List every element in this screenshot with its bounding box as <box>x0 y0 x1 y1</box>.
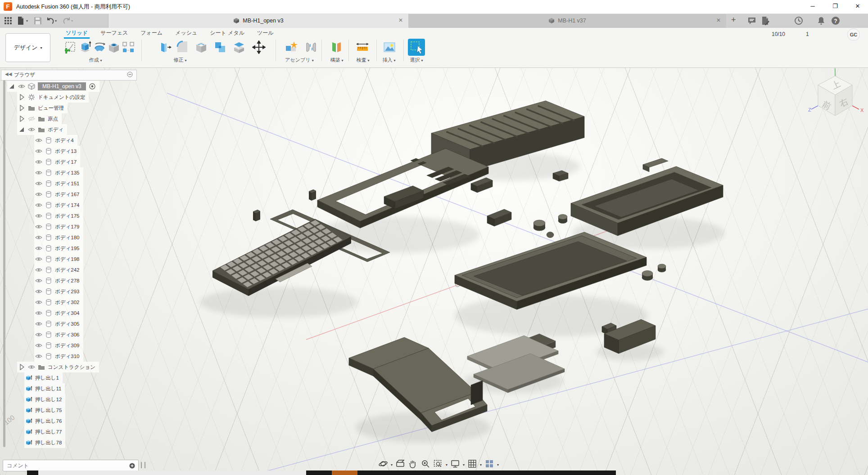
minimize-button[interactable]: ─ <box>802 0 823 13</box>
construction-plane-icon[interactable] <box>330 40 343 54</box>
group-inspect-label[interactable]: 検査 ▾ <box>356 57 369 63</box>
visibility-eye-icon[interactable] <box>35 180 42 187</box>
visibility-eye-icon[interactable] <box>35 299 42 306</box>
new-component-icon[interactable] <box>285 40 298 54</box>
visibility-eye-icon[interactable] <box>28 363 35 371</box>
tab-close-icon[interactable]: ✕ <box>398 17 403 23</box>
ribbon-tab[interactable]: フォーム <box>140 28 163 39</box>
tree-bodies-folder-row[interactable]: ボディ <box>17 124 67 135</box>
visibility-eye-icon[interactable] <box>18 83 25 90</box>
restore-button[interactable]: ❐ <box>825 0 845 13</box>
visibility-eye-icon[interactable] <box>35 202 42 209</box>
body-pin-a[interactable] <box>309 189 316 201</box>
tree-body-row[interactable]: ボディ302 <box>34 297 83 308</box>
extrude-icon[interactable] <box>78 40 92 54</box>
collapsed-triangle-icon[interactable] <box>18 363 25 371</box>
tree-body-row[interactable]: ボディ4 <box>34 135 77 146</box>
group-insert-label[interactable]: 挿入 ▾ <box>382 57 395 63</box>
fit-caret[interactable]: ▾ <box>446 463 448 467</box>
tree-body-row[interactable]: ボディ278 <box>34 275 83 286</box>
expand-triangle-icon[interactable] <box>18 126 25 133</box>
tree-body-row[interactable]: ボディ135 <box>34 167 83 178</box>
orbit-icon[interactable] <box>378 459 388 471</box>
tree-construction-row[interactable]: コンストラクション <box>17 362 99 372</box>
hole-icon[interactable] <box>107 40 121 54</box>
tree-body-row[interactable]: ボディ304 <box>34 308 83 318</box>
press-pull-icon[interactable] <box>158 40 172 54</box>
display-caret[interactable]: ▾ <box>463 463 465 467</box>
tree-origin-row[interactable]: 原点 <box>17 113 62 124</box>
tree-body-row[interactable]: ボディ175 <box>34 211 83 221</box>
pattern-icon[interactable] <box>122 40 135 54</box>
shell-icon[interactable] <box>194 40 208 54</box>
tree-body-row[interactable]: ボディ13 <box>34 146 80 157</box>
ribbon-tab[interactable]: ツール <box>257 28 274 39</box>
tree-feature-row[interactable]: 押し出し75 <box>24 405 65 416</box>
feedback-icon[interactable] <box>747 16 756 25</box>
file-menu-icon[interactable] <box>16 16 25 25</box>
browser-scrollbar[interactable] <box>3 80 5 447</box>
visibility-eye-icon[interactable] <box>35 309 42 317</box>
tree-body-row[interactable]: ボディ174 <box>34 200 83 211</box>
tree-body-row[interactable]: ボディ167 <box>34 189 83 200</box>
ribbon-tab[interactable]: サーフェス <box>100 28 128 39</box>
move-icon[interactable] <box>252 40 266 54</box>
tree-feature-row[interactable]: 押し出し11 <box>24 383 65 394</box>
tree-root-row[interactable]: MB-H1_open v3 <box>7 81 99 92</box>
undo-icon[interactable] <box>46 16 55 25</box>
zoom-icon[interactable] <box>420 459 430 471</box>
collapsed-triangle-icon[interactable] <box>18 104 25 112</box>
ribbon-tab[interactable]: メッシュ <box>175 28 197 39</box>
tree-body-row[interactable]: ボディ310 <box>34 351 83 362</box>
root-component-name[interactable]: MB-H1_open v3 <box>38 82 86 90</box>
visibility-eye-icon[interactable] <box>35 234 42 241</box>
look-at-icon[interactable] <box>395 459 405 471</box>
visibility-eye-icon[interactable] <box>35 277 42 284</box>
comment-box[interactable] <box>3 460 139 471</box>
collapsed-triangle-icon[interactable] <box>18 94 25 101</box>
new-tab-button[interactable]: + <box>731 15 736 25</box>
visibility-eye-icon[interactable] <box>35 212 42 220</box>
tree-body-row[interactable]: ボディ180 <box>34 232 83 243</box>
visibility-eye-icon[interactable] <box>35 245 42 252</box>
comment-resize-handle[interactable] <box>141 462 145 468</box>
viewports-caret[interactable]: ▾ <box>497 463 499 467</box>
visibility-eye-icon[interactable] <box>35 191 42 198</box>
notification-bell-icon[interactable] <box>817 16 826 25</box>
joint-icon[interactable] <box>304 40 318 54</box>
tree-body-row[interactable]: ボディ305 <box>34 318 83 329</box>
grid-settings-icon[interactable] <box>467 459 477 471</box>
group-select-label[interactable]: 選択 ▾ <box>410 57 423 63</box>
tree-body-row[interactable]: ボディ179 <box>34 221 83 232</box>
avatar[interactable]: GC <box>847 28 860 41</box>
insert-image-icon[interactable] <box>383 40 396 54</box>
save-quota-icon[interactable] <box>761 16 770 25</box>
close-button[interactable]: ✕ <box>847 0 868 13</box>
expand-triangle-icon[interactable] <box>8 83 15 90</box>
fit-zoom-icon[interactable] <box>433 459 443 471</box>
save-icon[interactable] <box>33 16 42 25</box>
tree-feature-row[interactable]: 押し出し78 <box>24 437 65 448</box>
display-settings-icon[interactable] <box>450 459 460 471</box>
new-sketch-icon[interactable] <box>64 40 77 54</box>
grid-caret[interactable]: ▾ <box>480 463 482 467</box>
visibility-eye-icon[interactable] <box>35 148 42 155</box>
visibility-eye-icon[interactable] <box>35 137 42 144</box>
tree-doc-settings-row[interactable]: ドキュメントの設定 <box>17 92 89 103</box>
tree-body-row[interactable]: ボディ151 <box>34 178 83 189</box>
offset-face-icon[interactable] <box>232 40 246 54</box>
activate-radio-icon[interactable] <box>89 83 96 90</box>
tree-feature-row[interactable]: 押し出し12 <box>24 394 65 405</box>
clock-icon[interactable] <box>794 16 803 25</box>
comment-input[interactable] <box>6 461 120 471</box>
tab-document-active[interactable]: MB-H1_open v3 ✕ <box>108 13 409 28</box>
visibility-eye-icon[interactable] <box>35 223 42 230</box>
comment-add-icon[interactable] <box>129 462 135 471</box>
visibility-off-eye-icon[interactable] <box>28 115 35 122</box>
visibility-eye-icon[interactable] <box>28 126 35 133</box>
visibility-eye-icon[interactable] <box>35 255 42 263</box>
tree-feature-row[interactable]: 押し出し77 <box>24 426 65 437</box>
viewcube[interactable]: 上 前 右 Y Z X <box>808 65 867 124</box>
tree-body-row[interactable]: ボディ309 <box>34 340 83 351</box>
visibility-eye-icon[interactable] <box>35 331 42 338</box>
